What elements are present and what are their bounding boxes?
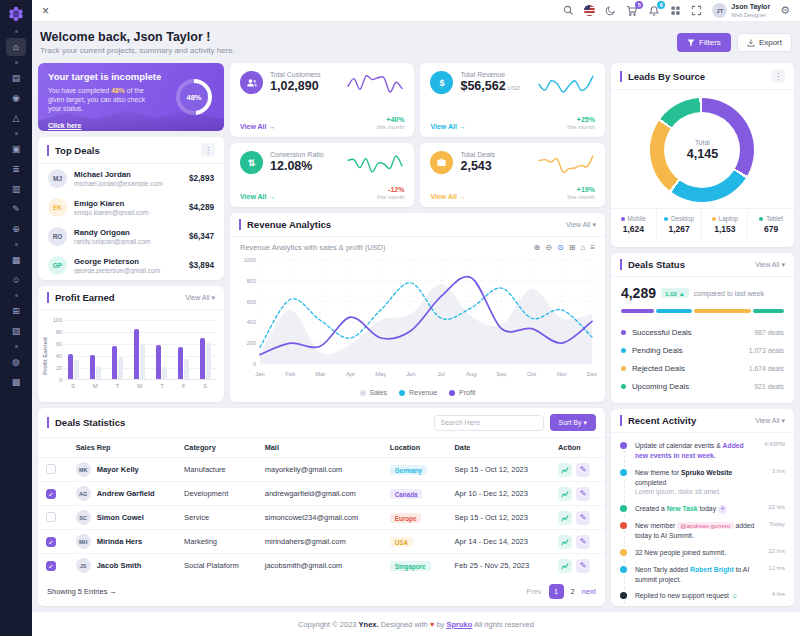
- row-checkbox[interactable]: ✓: [46, 489, 56, 499]
- settings-gear-icon[interactable]: ⚙: [780, 4, 790, 17]
- sidebar-item-calendar[interactable]: ▩: [6, 373, 26, 391]
- sidebar-separator: [15, 61, 18, 64]
- sidebar-item-error[interactable]: △: [6, 109, 26, 127]
- sidebar-item-home[interactable]: ⌂: [6, 38, 26, 56]
- sidebar-item-pages[interactable]: ▤: [6, 69, 26, 87]
- sidebar-item-server[interactable]: ≣: [6, 160, 26, 178]
- view-all-link[interactable]: View All →: [240, 123, 275, 130]
- deals-status-view-all-dropdown[interactable]: View All ▾: [755, 261, 785, 269]
- location-badge: Europe: [390, 513, 422, 523]
- notifications-icon[interactable]: 6: [648, 5, 660, 17]
- more-options-icon[interactable]: ⋮: [201, 143, 215, 157]
- chart-action-icon[interactable]: [558, 463, 572, 477]
- chart-action-icon[interactable]: [558, 511, 572, 525]
- avatar: GP: [48, 256, 67, 275]
- leads-legend-item: Tablet679: [748, 209, 794, 240]
- target-click-here-link[interactable]: Click here: [48, 122, 81, 129]
- sidebar-item-file[interactable]: ▥: [6, 180, 26, 198]
- edit-action-icon[interactable]: ✎: [576, 511, 590, 525]
- chart-tool-icon[interactable]: ⊞: [569, 243, 576, 252]
- column-header[interactable]: Location: [382, 438, 447, 458]
- stat-label: Total Revenue: [460, 71, 520, 78]
- activity-dot: [620, 592, 627, 599]
- activity-dot: [620, 566, 627, 573]
- row-checkbox[interactable]: [46, 512, 56, 522]
- copyright-text: Copyright © 2023 Ynex. Designed with ♥ b…: [298, 620, 534, 629]
- sidebar-item-pin[interactable]: ◍: [6, 353, 26, 371]
- user-menu[interactable]: JT Json Taylor Web Designer: [712, 3, 770, 18]
- edit-action-icon[interactable]: ✎: [576, 463, 590, 477]
- sidebar-item-globe[interactable]: ⊕: [6, 220, 26, 238]
- user-avatar: JT: [712, 3, 727, 18]
- view-all-link[interactable]: View All →: [430, 123, 465, 130]
- leads-donut-chart: Total 4,145: [650, 98, 754, 202]
- pagination-next[interactable]: next: [582, 587, 596, 596]
- country-flag-icon[interactable]: [584, 5, 595, 16]
- chart-tool-icon[interactable]: ≡: [590, 243, 595, 252]
- chart-tool-icon[interactable]: ⊖: [545, 243, 552, 252]
- filters-button[interactable]: Filters: [677, 33, 731, 52]
- dark-mode-icon[interactable]: [605, 5, 616, 16]
- column-header[interactable]: Mail: [257, 438, 382, 458]
- pagination-prev[interactable]: Prev: [526, 587, 541, 596]
- close-icon[interactable]: ×: [42, 5, 49, 17]
- edit-action-icon[interactable]: ✎: [576, 535, 590, 549]
- chart-action-icon[interactable]: [558, 559, 572, 573]
- chart-tool-icon[interactable]: ⊙: [557, 243, 564, 252]
- edit-action-icon[interactable]: ✎: [576, 559, 590, 573]
- table-row: SCSimon CowelServicesimoncowel234@gmail.…: [38, 506, 605, 530]
- more-options-icon[interactable]: ⋮: [771, 69, 785, 83]
- sidebar-item-pen[interactable]: ✎: [6, 200, 26, 218]
- deal-list-item[interactable]: MJMichael Jordanmichael.jordan@example.c…: [38, 164, 224, 193]
- sidebar-item-smiley[interactable]: ☺: [6, 271, 26, 289]
- column-header[interactable]: Sales Rep: [68, 438, 176, 458]
- activity-view-all-dropdown[interactable]: View All ▾: [755, 417, 785, 425]
- filter-icon: [687, 39, 695, 47]
- svg-text:Sep: Sep: [497, 371, 507, 377]
- export-button[interactable]: Export: [737, 33, 792, 52]
- sidebar-item-table[interactable]: ⊞: [6, 302, 26, 320]
- column-header[interactable]: Date: [447, 438, 551, 458]
- row-checkbox[interactable]: ✓: [46, 537, 56, 547]
- cart-icon[interactable]: 5: [626, 5, 638, 17]
- column-header[interactable]: Category: [176, 438, 257, 458]
- apps-grid-icon[interactable]: [670, 5, 681, 16]
- row-checkbox[interactable]: [46, 464, 56, 474]
- sidebar-item-shield[interactable]: ◉: [6, 89, 26, 107]
- pagination-page-2[interactable]: 2: [571, 587, 575, 596]
- sidebar-item-box[interactable]: ▣: [6, 140, 26, 158]
- chart-action-icon[interactable]: [558, 487, 572, 501]
- sidebar-item-apps[interactable]: ▦: [6, 251, 26, 269]
- row-checkbox[interactable]: ✓: [46, 561, 56, 571]
- legend-item[interactable]: Revenue: [399, 389, 437, 396]
- leads-legend-item: Mobile1,624: [611, 209, 657, 240]
- deal-list-item[interactable]: EKEmigo Kiarenemigo.kiaren@gmail.com$4,2…: [38, 193, 224, 222]
- profit-view-all-dropdown[interactable]: View All ▾: [185, 294, 215, 302]
- revenue-view-all-dropdown[interactable]: View All ▾: [566, 221, 596, 229]
- deal-list-item[interactable]: GPGeorge Pietersongeorge.pieterson@gmail…: [38, 251, 224, 280]
- deal-list-item[interactable]: RORandy Origoanrandy.origoan@gmail.com$6…: [38, 222, 224, 251]
- column-header[interactable]: Action: [550, 438, 605, 458]
- stat-value: 2,543: [460, 159, 495, 173]
- table-search-input[interactable]: [434, 415, 544, 431]
- briefcase-icon: [430, 151, 453, 174]
- stat-label: Total Deals: [460, 151, 495, 158]
- deal-name: Randy Origoan: [74, 228, 182, 237]
- view-all-link[interactable]: View All →: [240, 193, 275, 200]
- app-logo-icon[interactable]: [8, 6, 24, 22]
- sparkline-chart: [346, 153, 404, 179]
- chart-tool-icon[interactable]: ⌂: [580, 243, 585, 252]
- sidebar-item-image[interactable]: ▧: [6, 322, 26, 340]
- edit-action-icon[interactable]: ✎: [576, 487, 590, 501]
- pagination-page-1[interactable]: 1: [549, 584, 564, 599]
- deal-name: Michael Jordan: [74, 170, 182, 179]
- sort-by-button[interactable]: Sort By ▾: [550, 414, 596, 431]
- view-all-link[interactable]: View All →: [430, 193, 465, 200]
- legend-item[interactable]: Profit: [449, 389, 475, 396]
- legend-item[interactable]: Sales: [360, 389, 388, 396]
- search-icon[interactable]: [563, 5, 574, 16]
- column-header[interactable]: [38, 438, 68, 458]
- chart-action-icon[interactable]: [558, 535, 572, 549]
- fullscreen-icon[interactable]: [691, 5, 702, 16]
- chart-tool-icon[interactable]: ⊕: [534, 243, 541, 252]
